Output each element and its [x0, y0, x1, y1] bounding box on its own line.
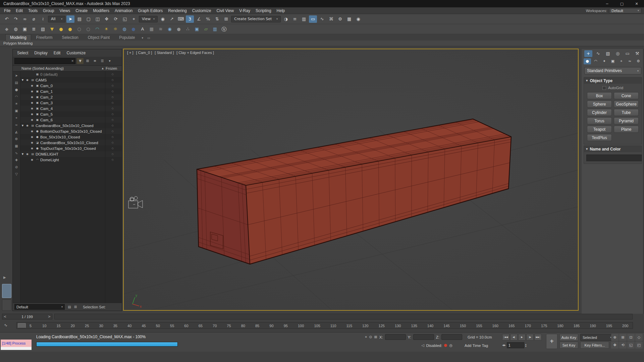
viewport-menu-shading[interactable]: [ Clay + Edged Faces ]: [176, 51, 214, 55]
previous-frame-arrow[interactable]: <: [2, 315, 8, 318]
list-item[interactable]: ◉ ▣ Cam_0 ◇: [20, 83, 122, 88]
list-item[interactable]: ▼ ◉ ▤ CardboardBox_50x10x10_Closed ◇: [20, 123, 122, 128]
object-name-field[interactable]: [586, 155, 642, 161]
polygon-modeling-strip[interactable]: Polygon Modeling: [0, 41, 644, 46]
menu-item[interactable]: Tools: [25, 7, 40, 14]
viewport-menu-general[interactable]: [ + ]: [127, 51, 133, 55]
previous-frame-button[interactable]: ◀|: [510, 334, 518, 341]
keyboard-override-icon[interactable]: ⌨: [177, 15, 185, 23]
percent-snap-icon[interactable]: %: [204, 15, 212, 23]
spinner-snap-icon[interactable]: ⇅: [213, 15, 221, 23]
display-tab-icon[interactable]: ▭: [624, 50, 632, 57]
light-lister-icon[interactable]: ▼: [48, 25, 56, 33]
frame-spinner[interactable]: ▲▼: [525, 343, 527, 347]
timeline-tick[interactable]: 170: [525, 324, 531, 328]
expand-collapse-icon[interactable]: ▼: [20, 79, 25, 81]
cameras-category-icon[interactable]: ▣: [609, 58, 616, 64]
gray-sphere-icon[interactable]: ●: [175, 25, 183, 33]
eye-icon[interactable]: ◉: [25, 153, 30, 156]
eye-icon[interactable]: ◉: [30, 90, 35, 93]
dome-light-icon[interactable]: ◠: [93, 25, 101, 33]
container-tool-icon[interactable]: ▥: [211, 25, 219, 33]
ribbon-tab[interactable]: Object Paint: [84, 35, 114, 41]
batch-render-icon[interactable]: ≣: [30, 25, 38, 33]
explorer-options-icon[interactable]: ▾: [106, 58, 113, 64]
explorer-menu-item[interactable]: Select: [14, 51, 31, 55]
filter-icon[interactable]: ▼: [77, 58, 84, 64]
timeline-tick[interactable]: 35: [113, 324, 117, 328]
list-item[interactable]: ▼ ◉ ▤ DOMELIGHT ◇: [20, 151, 122, 157]
omni-light-icon[interactable]: ●: [66, 25, 74, 33]
create-tab-icon[interactable]: +: [584, 50, 592, 57]
explorer-menu-item[interactable]: Display: [31, 51, 50, 55]
timeline-tick[interactable]: 55: [170, 324, 174, 328]
explorer-filter-icon[interactable]: ☀: [14, 101, 19, 106]
state-sets-icon[interactable]: ▧: [39, 25, 47, 33]
timeline-tick[interactable]: 190: [590, 324, 596, 328]
menu-item[interactable]: Views: [57, 7, 73, 14]
x-coordinate-field[interactable]: [385, 334, 406, 340]
select-and-link-icon[interactable]: ∞: [21, 15, 29, 23]
geometry-category-icon[interactable]: ●: [584, 58, 591, 64]
ribbon-display-icon[interactable]: ▭: [146, 35, 152, 41]
column-chooser-icon[interactable]: ☰: [99, 58, 106, 64]
explorer-filter-icon[interactable]: ▦: [14, 143, 19, 148]
frozen-toggle[interactable]: ◇: [112, 96, 114, 99]
use-center-icon[interactable]: ◉: [159, 15, 167, 23]
timeline-tick[interactable]: 145: [443, 324, 449, 328]
timeline-tick[interactable]: 30: [99, 324, 103, 328]
render-frame-icon[interactable]: ▣: [21, 25, 29, 33]
name-color-rollout-header[interactable]: ▼ Name and Color: [584, 146, 642, 152]
space-warps-category-icon[interactable]: ≈: [626, 58, 633, 64]
unlink-selection-icon[interactable]: ⌀: [30, 15, 38, 23]
select-object-icon[interactable]: ➤: [66, 15, 74, 23]
eye-icon[interactable]: ◉: [30, 135, 35, 138]
list-item[interactable]: ▼ ◉ ▤ CAMS ◇: [20, 77, 122, 83]
workspaces-dropdown[interactable]: Default: [609, 8, 641, 13]
menu-item[interactable]: Group: [40, 7, 57, 14]
ribbon-collapse-icon[interactable]: ▾: [140, 35, 145, 41]
edit-sets-icon[interactable]: ⊞: [72, 304, 78, 310]
render-production-icon[interactable]: ◉: [354, 15, 362, 23]
list-item[interactable]: ◉ ▣ Cam_2 ◇: [20, 94, 122, 100]
object-type-button[interactable]: Box: [587, 92, 612, 99]
explorer-filter-icon[interactable]: ●: [14, 87, 19, 92]
mini-curve-editor-icon[interactable]: ∿: [4, 323, 7, 327]
eye-icon[interactable]: ◉: [30, 113, 35, 116]
frozen-toggle[interactable]: ◇: [112, 158, 114, 161]
explorer-filter-icon[interactable]: ≈: [14, 122, 19, 127]
proxy-tool-icon[interactable]: ▱: [202, 25, 210, 33]
primitives-dropdown[interactable]: Standard Primitives: [584, 67, 641, 74]
explorer-filter-icon[interactable]: ∿: [14, 150, 19, 156]
eye-icon[interactable]: ◉: [30, 147, 35, 150]
object-type-button[interactable]: Sphere: [587, 101, 612, 108]
vray-menu-icon[interactable]: Ⓥ: [220, 25, 228, 33]
eye-icon[interactable]: ◉: [30, 130, 35, 133]
snaps-toggle-icon[interactable]: 3: [186, 15, 194, 23]
eye-icon[interactable]: ◉: [30, 158, 35, 161]
y-coordinate-field[interactable]: [413, 334, 434, 340]
play-button[interactable]: ▶: [518, 334, 526, 341]
undo-icon[interactable]: ↶: [3, 15, 11, 23]
eye-icon[interactable]: ◉: [30, 84, 35, 87]
column-frozen-label[interactable]: Frozen: [106, 66, 122, 70]
timeline-tick[interactable]: 185: [574, 324, 580, 328]
auto-key-button[interactable]: Auto Key: [559, 334, 578, 341]
list-item[interactable]: ◉ ● TopDuctTape_50x10x10_Closed ◇: [20, 145, 122, 151]
timeline-tick[interactable]: 80: [241, 324, 245, 328]
explorer-menu-item[interactable]: Edit: [51, 51, 64, 55]
timeline-tick[interactable]: 105: [314, 324, 320, 328]
eye-icon[interactable]: ◉: [25, 78, 30, 81]
timeline-tick[interactable]: 15: [56, 324, 60, 328]
timeline-tick[interactable]: 165: [508, 324, 515, 328]
explorer-filter-icon[interactable]: ◠: [14, 94, 19, 99]
helpers-category-icon[interactable]: ⌖: [618, 58, 625, 64]
frozen-toggle[interactable]: ◇: [112, 78, 114, 81]
particles-icon[interactable]: ∴: [184, 25, 192, 33]
z-coordinate-field[interactable]: [441, 334, 462, 340]
current-frame-field[interactable]: [507, 342, 524, 348]
frozen-toggle[interactable]: ◇: [112, 153, 114, 156]
explorer-menu-item[interactable]: Customize: [63, 51, 89, 55]
render-presets-icon[interactable]: ◆: [3, 25, 11, 33]
timeline-tick[interactable]: 200: [622, 324, 628, 328]
